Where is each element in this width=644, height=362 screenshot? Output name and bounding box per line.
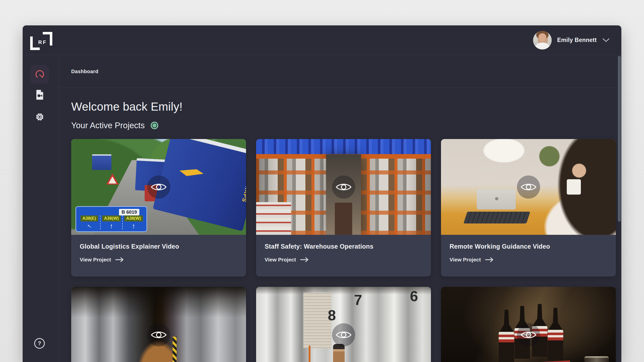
main-content: Dashboard Welcome back Emily! Your Activ… [59,55,621,362]
tank-number: 6 [410,289,418,303]
laptop-keyboard [464,212,530,223]
trailer-logo-arrow [179,165,204,180]
help-glyph: ? [38,340,41,347]
sidebar-item-projects[interactable] [30,87,49,102]
view-project-link[interactable]: View Project [265,257,422,263]
preview-eye-button[interactable] [332,323,355,346]
chevron-down-icon [602,38,610,42]
dashboard-content: Welcome back Emily! Your Active Projects [59,101,621,362]
app-window: RF Emily Bennett [23,25,621,362]
beer-glass [584,356,609,362]
truck-far [92,154,111,170]
view-project-label: View Project [80,257,111,263]
preview-eye-button[interactable] [332,175,355,199]
preview-eye-button[interactable] [147,175,170,199]
status-dot-inner [152,123,156,127]
project-thumbnail [256,139,431,235]
warehouse-door [335,203,352,235]
preview-eye-button[interactable] [147,323,170,346]
hazard-stripe [173,337,177,362]
sidebar-item-dashboard[interactable] [30,65,49,84]
sign-arrow-up: ↑ [110,223,113,230]
eye-icon [336,182,352,192]
user-menu[interactable]: Emily Bennett [533,31,610,50]
card-body: Remote Working Guidance Video View Proje… [441,235,616,263]
orange-hose [309,346,333,362]
app-logo[interactable]: RF [30,30,53,50]
avatar [533,31,552,50]
user-name: Emily Bennett [557,37,597,43]
video-file-icon [35,89,45,100]
eye-icon [151,182,167,192]
logo-right-bracket [43,32,52,46]
eye-icon [520,182,537,192]
project-thumbnail: PolyFoamXPS B 6019 A38(E) ↑ [71,139,246,235]
card-body: Staff Safety: Warehouse Operations View … [256,235,431,263]
help-button[interactable]: ? [32,336,47,351]
help-icon: ? [34,338,45,349]
preview-eye-button[interactable] [517,175,540,199]
project-thumbnail: 8 7 6 [256,287,431,362]
section-title: Your Active Projects [71,121,145,129]
sidebar: ? [23,55,59,362]
section-heading-row: Your Active Projects [71,121,621,129]
eye-icon [520,330,537,340]
arrow-right-icon [115,257,124,262]
trailer-text: PolyFoamXPS [240,160,246,203]
project-thumbnail: GOOSE [441,287,616,362]
eye-icon [336,330,352,340]
top-bar: RF Emily Bennett [23,25,621,55]
laptop-logo [495,197,498,200]
tank-number: 8 [328,308,336,323]
view-project-label: View Project [450,257,481,263]
desktop-background: RF Emily Bennett [0,0,644,362]
gear-icon [34,112,45,122]
project-card-logistics[interactable]: PolyFoamXPS B 6019 A38(E) ↑ [71,139,246,277]
road-sign: B 6019 A38(E) ↑ A38(W) ↑ [75,206,147,232]
mug [567,179,581,195]
worker-figure [333,344,345,362]
active-status-dot [151,122,158,129]
warning-sign [106,173,119,185]
project-thumbnail [71,287,246,362]
brick-wall [303,293,331,348]
stacked-drums [256,202,291,235]
projects-grid: PolyFoamXPS B 6019 A38(E) ↑ [71,139,621,362]
preview-eye-button[interactable] [517,323,540,346]
view-project-link[interactable]: View Project [450,257,607,263]
bottle [548,308,563,360]
breadcrumb: Dashboard [71,69,98,74]
speedometer-icon [35,69,45,79]
project-title: Remote Working Guidance Video [450,243,607,250]
bottle [499,310,514,362]
page-title: Welcome back Emily! [71,101,621,112]
project-card-fermentation-tanks[interactable]: 8 7 6 [256,287,431,362]
arrow-right-icon [300,257,309,262]
sign-arrow-up: ↑ [132,223,135,230]
arrow-right-icon [485,257,494,262]
project-title: Global Logistics Explainer Video [80,243,237,250]
project-card-remote-working[interactable]: Remote Working Guidance Video View Proje… [441,139,616,277]
tank-number: 7 [354,293,362,307]
sidebar-item-settings[interactable] [30,109,49,124]
breadcrumb-row: Dashboard [59,55,621,88]
road-sign-routes: A38(E) ↑ A38(W) ↑ A38(W) [78,215,144,230]
app-body: ? Dashboard Welcome back Emily! Your Act… [23,55,621,362]
view-project-link[interactable]: View Project [80,257,237,263]
view-project-label: View Project [265,257,296,263]
eye-icon [151,330,167,340]
project-card-warehouse[interactable]: Staff Safety: Warehouse Operations View … [256,139,431,277]
project-title: Staff Safety: Warehouse Operations [265,243,422,250]
project-card-beer-bottles[interactable]: GOOSE [441,287,616,362]
laptop [465,189,528,223]
project-thumbnail [441,139,616,235]
scrollbar[interactable] [618,56,621,222]
card-body: Global Logistics Explainer Video View Pr… [71,235,246,263]
sign-arrow-left: ↑ [86,223,93,230]
road-sign-ref: B 6019 [119,209,139,215]
project-card-brewery-aisle[interactable] [71,287,246,362]
